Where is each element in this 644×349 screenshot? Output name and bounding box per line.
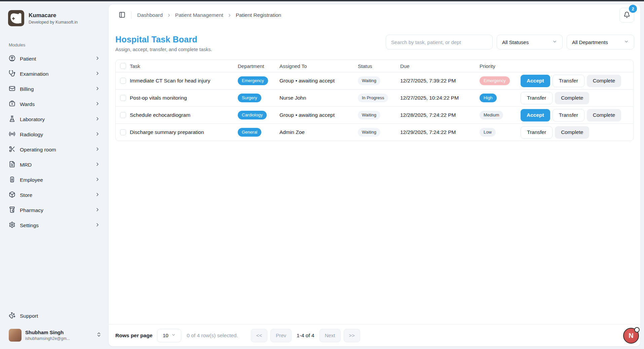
row-actions: Accept Transfer Complete [521,109,633,121]
department-badge: Emergency [238,76,268,85]
table-row: Immediate CT Scan for head injury Emerge… [116,72,633,89]
last-page-button[interactable]: >> [344,329,361,342]
assigned-to: Group • awaiting accept [279,112,358,118]
sidebar-item-laboratory[interactable]: Laboratory [8,113,102,126]
chevron-right-icon [95,131,100,138]
sidebar-item-label: Billing [20,86,34,92]
transfer-button[interactable]: Transfer [553,75,584,87]
row-checkbox[interactable] [120,78,126,84]
chevron-right-icon [95,192,100,199]
department-filter-select[interactable]: All Departments [567,35,634,49]
row-checkbox[interactable] [120,129,126,135]
due-date: 12/27/2025, 10:24:22 PM [400,95,480,101]
chevron-right-icon [95,162,100,168]
scissors-icon [9,146,15,154]
panel-header: Dashboard Patient Management Patient Reg… [109,4,640,26]
column-header-priority: Priority [480,63,521,69]
complete-button[interactable]: Complete [587,109,621,121]
transfer-button[interactable]: Transfer [553,109,584,121]
sidebar-item-label: Settings [20,222,39,229]
filters: All Statuses All Departments [386,35,634,49]
page-range-text: 1-4 of 4 [297,333,314,339]
main-panel: Dashboard Patient Management Patient Reg… [108,4,641,347]
chevron-right-icon [227,13,232,18]
user-avatar [9,329,22,342]
rows-per-page-select[interactable]: 10 [157,329,181,342]
page-title-block: Hospital Task Board Assign, accept, tran… [115,35,212,52]
task-name: Schedule echocardiogram [130,112,238,118]
notifications: 2 [619,8,634,23]
accept-button[interactable]: Accept [521,75,550,87]
paw-print-icon [9,312,15,320]
task-table: Task Department Assigned To Status Due P… [115,60,634,141]
due-date: 12/28/2025, 7:24:22 PM [400,112,480,118]
breadcrumb-patient-registration: Patient Registration [236,12,281,18]
sidebar-item-pharmacy[interactable]: Pharmacy [8,204,102,216]
app-root: Kumacare Developed by Kumasoft.in Module… [0,1,644,349]
sidebar-item-wards[interactable]: Wards [8,98,102,110]
chevron-right-icon [95,146,100,153]
sidebar-item-settings[interactable]: Settings [8,219,102,232]
sidebar-item-store[interactable]: Store [8,189,102,201]
row-checkbox[interactable] [120,95,126,101]
pagination: << Prev 1-4 of 4 Next >> [251,329,360,342]
flask-icon [9,115,15,124]
department-badge: Cardiology [238,111,267,119]
first-page-button[interactable]: << [251,329,268,342]
bell-icon [623,11,630,19]
sidebar-item-employee[interactable]: Employee [8,174,102,186]
transfer-button[interactable]: Transfer [521,92,553,104]
sidebar-item-radiology[interactable]: Radiology [8,129,102,141]
sidebar-toggle-button[interactable] [119,11,125,19]
id-badge-icon [9,176,15,184]
chevron-right-icon [95,222,100,229]
breadcrumb-patient-management[interactable]: Patient Management [175,12,223,18]
panel-left-icon [119,11,125,19]
sidebar-item-label: Support [20,313,38,319]
sidebar-item-operating-room[interactable]: Operating room [8,144,102,156]
next-page-button[interactable]: Next [319,329,341,342]
search-input[interactable] [386,35,493,49]
status-filter-select[interactable]: All Statuses [497,35,563,49]
user-menu[interactable]: Shubham Singh ishubhamsingh2e@gm... [8,327,102,344]
chevron-right-icon [166,13,172,18]
page-head: Hospital Task Board Assign, accept, tran… [109,26,640,52]
transfer-button[interactable]: Transfer [521,126,553,139]
sidebar-item-patient[interactable]: Patient [8,53,102,65]
sidebar-item-examination[interactable]: Examination [8,68,102,80]
row-actions: Transfer Complete [521,92,633,104]
sidebar-item-label: Employee [20,177,43,183]
sidebar-item-label: Operating room [20,147,56,153]
complete-button[interactable]: Complete [555,92,589,104]
user-info: Shubham Singh ishubhamsingh2e@gm... [25,329,70,341]
row-checkbox[interactable] [120,112,126,118]
chevron-right-icon [95,177,100,183]
table-row: Schedule echocardiogram Cardiology Group… [116,106,633,124]
column-header-due: Due [400,63,480,69]
due-date: 12/29/2025, 7:24:22 PM [400,129,480,135]
task-name: Immediate CT Scan for head injury [130,78,238,84]
rows-per-page-value: 10 [163,333,168,338]
rows-per-page-label: Rows per page [115,333,152,339]
breadcrumb: Dashboard Patient Management Patient Reg… [137,12,281,18]
prev-page-button[interactable]: Prev [270,329,292,342]
sidebar-item-label: Pharmacy [20,207,43,213]
sidebar-item-support[interactable]: Support [8,310,102,322]
selection-summary: 0 of 4 row(s) selected. [187,333,238,339]
due-date: 12/27/2025, 7:39:22 PM [400,78,480,84]
accept-button[interactable]: Accept [521,109,550,121]
stethoscope-icon [9,70,15,78]
select-all-checkbox[interactable] [120,63,126,69]
department-badge: Surgery [238,94,261,102]
complete-button[interactable]: Complete [555,126,589,139]
complete-button[interactable]: Complete [587,75,621,87]
status-badge: Waiting [358,76,380,85]
sidebar-item-billing[interactable]: Billing [8,83,102,95]
sidebar-item-label: Radiology [20,132,43,138]
column-header-task: Task [130,63,238,69]
breadcrumb-dashboard[interactable]: Dashboard [137,12,163,18]
table-header-row: Task Department Assigned To Status Due P… [116,60,633,72]
sidebar-item-mrd[interactable]: MRD [8,159,102,171]
user-name: Shubham Singh [25,329,70,336]
notification-count-badge: 2 [629,5,637,13]
